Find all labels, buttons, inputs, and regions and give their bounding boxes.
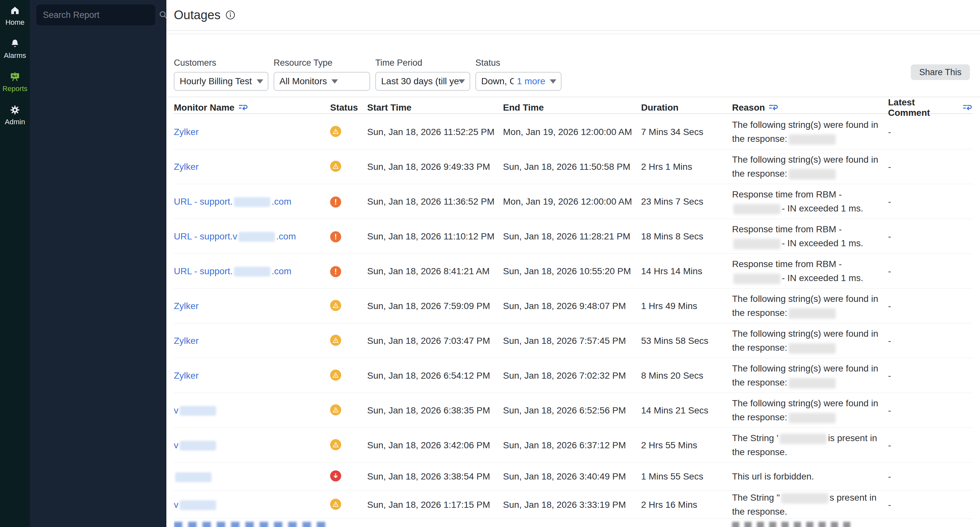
end-time-cell: Sun, Jan 18, 2026 6:52:56 PM	[503, 403, 641, 417]
monitor-name-cell	[174, 470, 330, 484]
end-time-cell: Sun, Jan 18, 2026 3:33:19 PM	[503, 498, 641, 512]
status-down-icon	[330, 470, 341, 481]
chevron-down-icon	[257, 79, 263, 84]
filter-selected-value: Last 30 days (till yesterd	[381, 76, 460, 86]
filter-label: Customers	[174, 58, 268, 68]
filter-bar: Customers Hourly Billing Testing Resourc…	[174, 58, 567, 91]
monitor-name-link[interactable]: URL - support.v.com	[174, 231, 296, 241]
duration-cell: 18 Mins 8 Secs	[641, 229, 732, 243]
status-cell	[330, 160, 367, 174]
filter-group-time: Time Period Last 30 days (till yesterd	[375, 58, 470, 91]
column-header-end-time: End Time	[503, 102, 641, 113]
monitor-name-link[interactable]: v	[174, 500, 217, 510]
status-cell: !	[330, 264, 367, 278]
monitor-name-cell: v	[174, 403, 330, 417]
share-this-button[interactable]: Share This	[911, 64, 970, 80]
start-time-cell: Sun, Jan 18, 2026 11:10:12 PM	[367, 229, 503, 243]
latest-comment-cell: -	[888, 125, 972, 139]
monitor-name-link[interactable]: Zylker	[174, 370, 199, 381]
monitor-name-link[interactable]: URL - support..com	[174, 266, 291, 276]
main-content: Outages Customers Hourly Billing Testing…	[166, 0, 980, 527]
redacted-text	[180, 406, 216, 416]
rail-item-reports[interactable]: Reports	[2, 72, 27, 93]
end-time-cell: Sun, Jan 18, 2026 10:55:20 PM	[503, 264, 641, 278]
chevron-down-icon	[458, 79, 465, 84]
duration-cell: 14 Hrs 14 Mins	[641, 264, 732, 278]
rail-item-home[interactable]: Home	[6, 5, 25, 27]
monitor-name-cell: Zylker	[174, 369, 330, 383]
sort-filter-icon[interactable]	[239, 104, 248, 112]
filter-selected-value: All Monitors	[280, 76, 327, 86]
column-header-label: Monitor Name	[174, 102, 235, 113]
column-header-reason[interactable]: Reason	[732, 102, 888, 113]
reason-cell: The following string(s) were found in th…	[732, 327, 888, 355]
page-title: Outages	[174, 8, 221, 22]
monitor-name-cell: v	[174, 498, 330, 512]
status-cell	[330, 334, 367, 348]
table-row: URL - support..com ! Sun, Jan 18, 2026 8…	[174, 254, 972, 289]
end-time-cell: Sun, Jan 18, 2026 11:28:21 PM	[503, 229, 641, 243]
status-cell	[330, 369, 367, 383]
filter-dropdown-resource[interactable]: All Monitors	[274, 72, 370, 91]
table-header-row: Monitor Name Status Start Time End Time …	[174, 97, 972, 114]
monitor-name-cell: URL - support..com	[174, 195, 330, 209]
filter-dropdown-status[interactable]: Down, Critic... 1 more	[476, 72, 562, 91]
status-critical-icon: !	[330, 231, 341, 242]
reason-cell: The following string(s) were found in th…	[732, 153, 888, 180]
monitor-name-link[interactable]: Zylker	[174, 162, 199, 172]
redacted-text	[789, 169, 836, 180]
latest-comment-cell: -	[888, 470, 972, 484]
cut-off-table-row	[174, 519, 972, 527]
monitor-name-link[interactable]: Zylker	[174, 127, 199, 137]
latest-comment-cell: -	[888, 403, 972, 417]
column-header-monitor-name[interactable]: Monitor Name	[174, 102, 330, 113]
status-warning-icon	[330, 126, 341, 137]
search-input[interactable]	[42, 10, 159, 21]
monitor-name-link[interactable]: URL - support..com	[174, 196, 291, 206]
reason-cell: Response time from RBM -- IN exceeded 1 …	[732, 187, 888, 216]
rail-item-alarms[interactable]: Alarms	[4, 38, 26, 60]
monitor-name-link[interactable]: Zylker	[174, 301, 199, 311]
chevron-down-icon	[331, 79, 338, 84]
end-time-cell: Sun, Jan 18, 2026 9:48:07 PM	[503, 299, 641, 313]
redacted-text	[789, 378, 836, 388]
status-cell	[330, 470, 367, 484]
reason-cell: Response time from RBM -- IN exceeded 1 …	[732, 257, 888, 285]
filter-dropdown-customers[interactable]: Hourly Billing Testing	[174, 72, 268, 91]
table-row: v Sun, Jan 18, 2026 1:17:15 PM Sun, Jan …	[174, 490, 972, 519]
monitor-name-link[interactable]: Zylker	[174, 336, 199, 346]
table-row: v Sun, Jan 18, 2026 6:38:35 PM Sun, Jan …	[174, 393, 972, 428]
report-board-icon	[10, 72, 20, 82]
redacted-text	[733, 204, 781, 214]
monitor-name-link[interactable]	[174, 471, 213, 481]
start-time-cell: Sun, Jan 18, 2026 7:59:09 PM	[367, 299, 503, 313]
redacted-text	[234, 267, 270, 276]
filter-dropdown-time[interactable]: Last 30 days (till yesterd	[375, 72, 470, 91]
report-search-box[interactable]	[37, 5, 155, 26]
start-time-cell: Sun, Jan 18, 2026 8:41:21 AM	[367, 264, 503, 278]
duration-cell: 14 Mins 21 Secs	[641, 403, 732, 417]
start-time-cell: Sun, Jan 18, 2026 11:52:25 PM	[367, 125, 503, 139]
column-header-status: Status	[330, 102, 367, 113]
start-time-cell: Sun, Jan 18, 2026 3:42:06 PM	[367, 438, 503, 452]
start-time-cell: Sun, Jan 18, 2026 7:03:47 PM	[367, 334, 503, 348]
monitor-name-cell: Zylker	[174, 334, 330, 348]
table-row: URL - support.v.com ! Sun, Jan 18, 2026 …	[174, 219, 972, 254]
cut-off-monitor-name	[174, 522, 326, 527]
sort-filter-icon[interactable]	[769, 104, 778, 112]
end-time-cell: Sun, Jan 18, 2026 6:37:12 PM	[503, 438, 641, 452]
monitor-name-link[interactable]: v	[174, 440, 217, 450]
rail-item-admin[interactable]: Admin	[5, 105, 25, 126]
sort-filter-icon[interactable]	[963, 104, 972, 112]
redacted-text	[733, 239, 781, 249]
monitor-name-link[interactable]: v	[174, 405, 217, 415]
column-header-label: Duration	[641, 102, 678, 113]
info-icon[interactable]	[225, 10, 235, 20]
start-time-cell: Sun, Jan 18, 2026 6:54:12 PM	[367, 369, 503, 383]
filter-group-resource: Resource Type All Monitors	[274, 58, 370, 91]
rail-item-label: Home	[6, 18, 25, 27]
latest-comment-cell: -	[888, 160, 972, 174]
filter-more-link[interactable]: 1 more	[517, 76, 545, 86]
reason-cell: Response time from RBM -- IN exceeded 1 …	[732, 222, 888, 250]
column-header-label: Reason	[732, 102, 765, 113]
